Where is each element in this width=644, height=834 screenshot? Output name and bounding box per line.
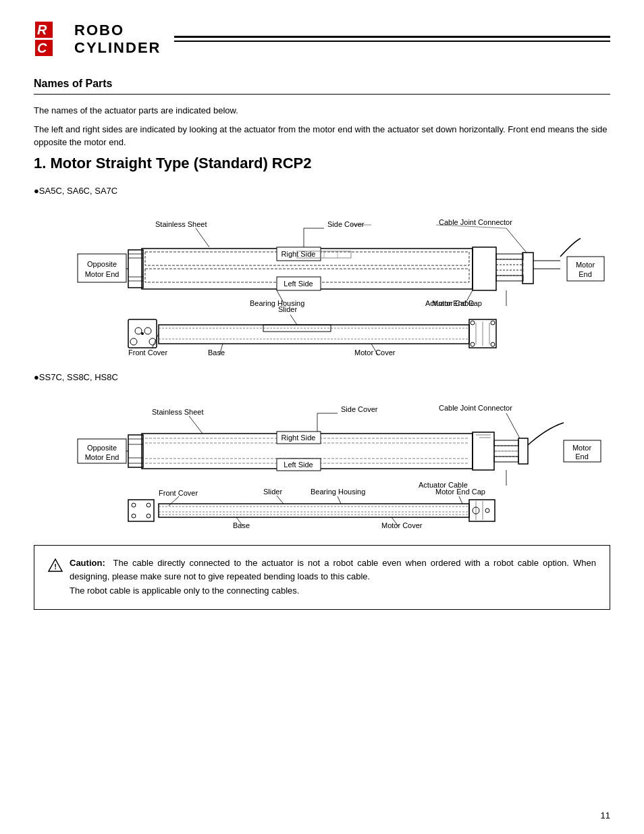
side-cover-anno-1: Side Cover bbox=[327, 220, 365, 228]
svg-text:Motor End: Motor End bbox=[85, 453, 119, 461]
svg-point-43 bbox=[144, 328, 151, 334]
caution-icon: ! bbox=[48, 558, 63, 576]
svg-rect-80 bbox=[494, 440, 518, 446]
caution-box: ! Caution: The cable directly connected … bbox=[34, 545, 610, 610]
svg-rect-15 bbox=[496, 265, 523, 270]
opposite-motor-end-label-2: Opposite bbox=[87, 444, 117, 452]
svg-rect-83 bbox=[494, 457, 518, 462]
diagram-2-container: Right Side Left Side Stainless Sheet Sid… bbox=[34, 388, 610, 531]
slider-anno-2: Slider bbox=[263, 488, 282, 496]
svg-point-111 bbox=[132, 503, 136, 507]
svg-rect-110 bbox=[128, 500, 154, 521]
svg-line-98 bbox=[277, 496, 284, 504]
diagram-1-container: Right Side Left Side Side Cover bbox=[34, 201, 610, 359]
diagram-2-sub-label: ●SS7C, SS8C, HS8C bbox=[34, 372, 610, 382]
svg-rect-82 bbox=[494, 451, 518, 457]
cable-joint-anno-2: Cable Joint Connector bbox=[439, 404, 512, 412]
caution-body: The cable directly connected to the actu… bbox=[70, 558, 596, 596]
svg-text:!: ! bbox=[54, 563, 57, 571]
warning-triangle-icon: ! bbox=[48, 558, 63, 573]
bearing-housing-anno-2: Bearing Housing bbox=[311, 488, 365, 496]
svg-rect-81 bbox=[494, 446, 518, 451]
svg-text:End: End bbox=[579, 270, 592, 278]
header: R C ROBO CYLINDER bbox=[34, 20, 610, 57]
intro-text-2: The left and right sides are indicated b… bbox=[34, 123, 610, 149]
motor-end-label-1: Motor bbox=[576, 261, 595, 269]
left-side-label-2: Left Side bbox=[284, 461, 313, 469]
opposite-motor-end-label-1: Opposite bbox=[87, 260, 117, 268]
caution-label: Caution: bbox=[70, 558, 105, 568]
svg-text:Motor End: Motor End bbox=[85, 270, 119, 278]
svg-point-46 bbox=[141, 332, 144, 335]
svg-rect-12 bbox=[473, 247, 496, 290]
svg-rect-47 bbox=[159, 325, 469, 344]
svg-point-58 bbox=[491, 342, 495, 346]
svg-point-57 bbox=[471, 342, 475, 346]
svg-rect-13 bbox=[496, 254, 523, 259]
page: R C ROBO CYLINDER Names of Parts The nam… bbox=[0, 0, 644, 834]
svg-point-56 bbox=[491, 321, 495, 325]
svg-point-113 bbox=[132, 514, 136, 518]
base-anno-1: Base bbox=[208, 348, 225, 357]
svg-line-100 bbox=[459, 496, 462, 504]
front-cover-anno-2: Front Cover bbox=[159, 489, 198, 497]
main-heading: 1. Motor Straight Type (Standard) RCP2 bbox=[34, 155, 610, 172]
logo-line2: CYLINDER bbox=[74, 39, 161, 57]
stainless-sheet-anno-2: Stainless Sheet bbox=[152, 408, 203, 416]
svg-rect-18 bbox=[522, 253, 533, 284]
motor-cover-anno-1: Motor Cover bbox=[354, 348, 396, 357]
svg-line-87 bbox=[189, 416, 203, 434]
logo-line1: ROBO bbox=[74, 22, 161, 39]
diagram-1-svg: Right Side Left Side Side Cover bbox=[34, 201, 614, 357]
diagram-1-sub-label: ●SA5C, SA6C, SA7C bbox=[34, 186, 610, 196]
svg-rect-101 bbox=[159, 504, 469, 517]
logo-text: ROBO CYLINDER bbox=[74, 22, 161, 57]
svg-line-59 bbox=[152, 334, 159, 348]
svg-line-97 bbox=[169, 496, 179, 506]
svg-text:End: End bbox=[575, 452, 589, 461]
svg-point-114 bbox=[146, 514, 151, 518]
svg-text:R: R bbox=[37, 22, 47, 37]
motor-end-cap-anno-1: Motor End Cap bbox=[432, 299, 482, 307]
header-line-thick bbox=[174, 36, 610, 38]
svg-rect-7 bbox=[128, 250, 143, 288]
motor-cover-anno-2: Motor Cover bbox=[381, 521, 423, 529]
header-line-thin bbox=[174, 41, 610, 42]
intro-text-1: The names of the actuator parts are indi… bbox=[34, 104, 610, 118]
rc-logo-icon: R C bbox=[34, 20, 74, 57]
diagram-2-section: ●SS7C, SS8C, HS8C bbox=[34, 372, 610, 531]
cable-joint-anno-1: Cable Joint Connector bbox=[439, 218, 512, 226]
svg-point-112 bbox=[146, 503, 151, 507]
side-cover-anno-2: Side Cover bbox=[341, 405, 378, 413]
svg-line-90 bbox=[506, 413, 520, 438]
slider-anno-1: Slider bbox=[278, 305, 297, 313]
front-cover-anno-1: Front Cover bbox=[128, 348, 167, 357]
diagram-2-svg: Right Side Left Side Stainless Sheet Sid… bbox=[34, 388, 614, 529]
svg-line-30 bbox=[506, 228, 527, 253]
section-rule bbox=[34, 94, 610, 95]
page-number: 11 bbox=[601, 810, 610, 820]
svg-point-109 bbox=[485, 509, 489, 513]
header-lines bbox=[174, 36, 610, 42]
stainless-sheet-anno-1: Stainless Sheet bbox=[155, 220, 207, 228]
base-anno-2: Base bbox=[233, 521, 250, 529]
svg-rect-105 bbox=[469, 500, 495, 521]
svg-rect-14 bbox=[496, 259, 523, 265]
left-side-label-1: Left Side bbox=[284, 280, 313, 288]
right-side-label-2: Right Side bbox=[281, 434, 316, 442]
svg-point-44 bbox=[130, 338, 137, 345]
svg-text:C: C bbox=[37, 41, 47, 55]
diagram-1-section: ●SA5C, SA6C, SA7C bbox=[34, 186, 610, 359]
svg-rect-16 bbox=[496, 270, 523, 276]
motor-end-cap-anno-2: Motor End Cap bbox=[435, 488, 485, 496]
caution-text-container: Caution: The cable directly connected to… bbox=[70, 556, 596, 598]
svg-rect-17 bbox=[496, 276, 523, 281]
svg-rect-77 bbox=[473, 432, 494, 470]
svg-point-55 bbox=[471, 321, 475, 325]
svg-line-60 bbox=[290, 315, 297, 325]
logo: R C ROBO CYLINDER bbox=[34, 20, 161, 57]
svg-line-99 bbox=[338, 496, 341, 504]
svg-point-42 bbox=[135, 328, 142, 334]
motor-end-label-2: Motor bbox=[572, 444, 591, 452]
svg-line-32 bbox=[196, 228, 209, 247]
